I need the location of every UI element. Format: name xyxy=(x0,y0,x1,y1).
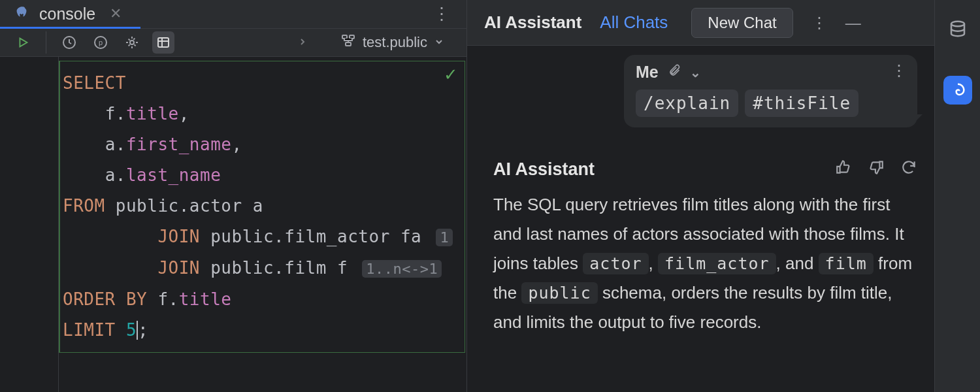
schema-icon xyxy=(340,33,356,52)
editor-body[interactable]: ✓ SELECT f.title, a.first_name, a.last_n… xyxy=(0,57,466,392)
kw-from: FROM xyxy=(63,196,105,216)
gutter xyxy=(0,57,59,392)
separator xyxy=(46,31,46,54)
ai-actions xyxy=(835,159,917,180)
postgres-icon xyxy=(13,5,31,23)
editor-toolbar: p test.public xyxy=(0,29,466,57)
grid-icon[interactable] xyxy=(152,31,174,54)
user-message-header: Me ⌄ xyxy=(636,63,906,82)
tab-bar: console ✕ ⋮ xyxy=(0,0,466,29)
join-hint: 1 xyxy=(436,229,453,246)
svg-point-3 xyxy=(130,41,134,44)
kw-orderby: ORDER BY xyxy=(63,289,147,309)
gear-icon[interactable] xyxy=(121,31,143,54)
svg-rect-7 xyxy=(346,42,351,46)
tab-label: console xyxy=(39,5,95,24)
ai-message-text: The SQL query retrieves film titles alon… xyxy=(493,190,917,337)
svg-text:p: p xyxy=(99,39,103,46)
code-token: film_actor xyxy=(658,253,776,274)
command-chip[interactable]: /explain xyxy=(636,90,738,117)
right-tool-strip xyxy=(934,0,980,392)
kw-limit: LIMIT xyxy=(63,320,116,340)
edit-icon[interactable]: ⌄ xyxy=(690,65,701,80)
svg-rect-4 xyxy=(158,38,169,47)
user-chips: /explain #thisFile xyxy=(636,90,906,117)
more-icon[interactable]: ⋮ xyxy=(433,4,451,24)
chevron-right-icon xyxy=(297,34,308,51)
code-token: actor xyxy=(583,253,648,274)
history-icon[interactable] xyxy=(58,31,80,54)
all-chats-link[interactable]: All Chats xyxy=(600,12,668,33)
more-icon[interactable]: ⋮ xyxy=(811,14,827,32)
more-icon[interactable]: ⋮ xyxy=(891,61,907,80)
code-token: public xyxy=(521,282,597,304)
breadcrumb[interactable]: test.public xyxy=(297,33,455,52)
ai-message-header: AI Assistant xyxy=(493,159,917,180)
chat-pane: AI Assistant All Chats New Chat ⋮ — Me ⌄… xyxy=(467,0,934,392)
database-icon[interactable] xyxy=(943,14,972,43)
join-hint: 1..n<->1 xyxy=(362,260,442,278)
user-message: Me ⌄ ⋮ /explain #thisFile xyxy=(624,55,917,127)
tab-console[interactable]: console ✕ xyxy=(0,0,135,28)
kw-select: SELECT xyxy=(63,73,126,93)
breadcrumb-label: test.public xyxy=(363,34,427,51)
svg-rect-5 xyxy=(342,35,347,39)
editor-pane: console ✕ ⋮ p test.public xyxy=(0,0,467,392)
minimize-icon[interactable]: — xyxy=(845,14,861,32)
close-icon[interactable]: ✕ xyxy=(110,5,122,22)
ai-swirl-icon[interactable] xyxy=(943,76,972,105)
chevron-down-icon xyxy=(434,34,444,51)
context-chip[interactable]: #thisFile xyxy=(745,90,858,117)
new-chat-button[interactable]: New Chat xyxy=(691,8,792,38)
code-token: film xyxy=(819,253,874,274)
chat-title: AI Assistant xyxy=(484,12,581,33)
thumbs-down-icon[interactable] xyxy=(868,159,885,180)
bubble-tail xyxy=(913,114,923,123)
svg-point-8 xyxy=(951,22,964,27)
run-icon[interactable] xyxy=(12,31,34,54)
kw-join: JOIN xyxy=(157,227,200,246)
ai-name: AI Assistant xyxy=(493,159,595,180)
user-name: Me xyxy=(636,63,659,82)
check-icon: ✓ xyxy=(444,65,458,85)
code-region[interactable]: ✓ SELECT f.title, a.first_name, a.last_n… xyxy=(59,61,465,353)
plan-icon[interactable]: p xyxy=(90,31,112,54)
sql-code[interactable]: SELECT f.title, a.first_name, a.last_nam… xyxy=(60,61,465,352)
svg-rect-6 xyxy=(350,35,354,39)
chat-header: AI Assistant All Chats New Chat ⋮ — xyxy=(467,0,934,46)
thumbs-up-icon[interactable] xyxy=(835,159,852,180)
attach-icon[interactable] xyxy=(668,64,681,81)
chat-body: Me ⌄ ⋮ /explain #thisFile AI Assistant xyxy=(467,46,934,392)
regenerate-icon[interactable] xyxy=(900,159,917,180)
